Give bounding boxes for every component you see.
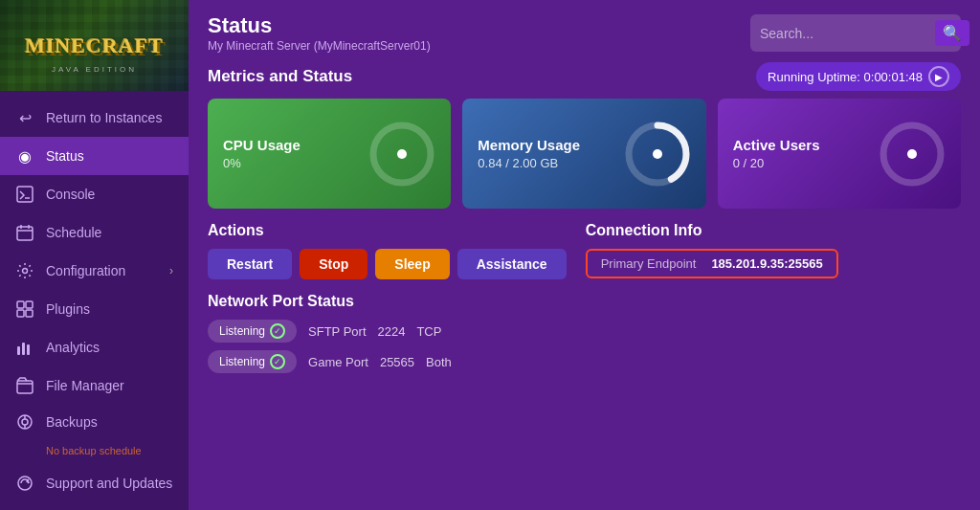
header-title-area: Status My Minecraft Server (MyMinecraftS… xyxy=(208,13,431,53)
analytics-icon xyxy=(15,338,34,357)
sidebar-item-schedule[interactable]: Schedule xyxy=(0,213,189,252)
cpu-metric-card: CPU Usage 0% xyxy=(208,99,451,209)
sidebar-label-backups: Backups xyxy=(46,414,98,430)
uptime-label: Running Uptime: 0:00:01:48 xyxy=(768,70,923,84)
header: Status My Minecraft Server (MyMinecraftS… xyxy=(189,0,980,62)
metrics-cards-row: CPU Usage 0% Memory Usage xyxy=(208,99,961,209)
sftp-check-icon: ✓ xyxy=(270,323,285,339)
plugins-icon xyxy=(15,299,34,319)
sidebar-item-return-to-instances[interactable]: ↩ Return to Instances xyxy=(0,99,189,137)
sidebar-item-file-manager[interactable]: File Manager xyxy=(0,366,189,405)
cpu-info: CPU Usage 0% xyxy=(223,137,301,170)
svg-rect-9 xyxy=(17,310,24,317)
svg-rect-13 xyxy=(27,344,30,355)
uptime-badge: Running Uptime: 0:00:01:48 ▶ xyxy=(756,62,961,91)
memory-metric-card: Memory Usage 0.84 / 2.00 GB xyxy=(462,99,705,209)
metrics-section: Metrics and Status Running Uptime: 0:00:… xyxy=(208,62,961,209)
game-status-badge: Listening ✓ xyxy=(208,350,297,373)
svg-rect-0 xyxy=(17,187,33,202)
cpu-name: CPU Usage xyxy=(223,137,301,153)
minecraft-logo-sub: JAVA EDITION xyxy=(52,65,137,74)
sftp-port-label: SFTP Port xyxy=(308,324,366,339)
game-status-label: Listening xyxy=(219,355,265,368)
search-bar[interactable]: 🔍 xyxy=(750,14,961,52)
sidebar-item-status[interactable]: ◉ Status xyxy=(0,137,189,175)
sftp-protocol: TCP xyxy=(416,324,441,339)
restart-button[interactable]: Restart xyxy=(208,249,292,279)
sftp-port-row: Listening ✓ SFTP Port 2224 TCP xyxy=(208,320,961,343)
users-ring-center xyxy=(907,149,917,159)
sidebar-logo: MINECRAFT JAVA EDITION xyxy=(0,0,189,91)
metrics-header: Metrics and Status Running Uptime: 0:00:… xyxy=(208,62,961,91)
backup-schedule-status: No backup schedule xyxy=(46,445,142,456)
users-ring xyxy=(879,121,946,188)
memory-name: Memory Usage xyxy=(478,137,580,153)
sidebar-label-analytics: Analytics xyxy=(46,340,100,355)
svg-rect-12 xyxy=(22,343,25,355)
game-port-label: Game Port xyxy=(308,355,368,369)
configuration-arrow-icon: › xyxy=(169,264,173,277)
sleep-button[interactable]: Sleep xyxy=(375,249,449,279)
search-button[interactable]: 🔍 xyxy=(935,20,969,46)
connection-section: Connection Info Primary Endpoint 185.201… xyxy=(586,222,961,279)
sidebar-label-status: Status xyxy=(46,148,84,164)
sidebar-item-analytics[interactable]: Analytics xyxy=(0,328,189,366)
sidebar-label-configuration: Configuration xyxy=(46,263,125,278)
sidebar-item-backups[interactable]: Backups No backup schedule xyxy=(0,405,189,464)
sftp-status-badge: Listening ✓ xyxy=(208,320,297,343)
content-area: Metrics and Status Running Uptime: 0:00:… xyxy=(189,62,980,510)
endpoint-label: Primary Endpoint xyxy=(601,256,697,271)
users-name: Active Users xyxy=(733,137,820,153)
stop-button[interactable]: Stop xyxy=(300,249,368,279)
cpu-ring xyxy=(368,121,435,188)
sidebar-item-support[interactable]: Support and Updates xyxy=(0,464,189,502)
endpoint-box: Primary Endpoint 185.201.9.35:25565 xyxy=(586,249,838,278)
console-icon xyxy=(15,185,34,204)
sidebar-label-return: Return to Instances xyxy=(46,110,162,125)
status-icon: ◉ xyxy=(15,146,34,166)
minecraft-logo-text: MINECRAFT xyxy=(25,33,164,58)
users-value: 0 / 20 xyxy=(733,156,820,170)
svg-rect-11 xyxy=(17,346,20,355)
sidebar-item-console[interactable]: Console xyxy=(0,175,189,213)
main-content: Status My Minecraft Server (MyMinecraftS… xyxy=(189,0,980,510)
game-port-number: 25565 xyxy=(380,355,414,369)
actions-buttons: Restart Stop Sleep Assistance xyxy=(208,249,567,279)
memory-info: Memory Usage 0.84 / 2.00 GB xyxy=(478,137,580,170)
actions-section: Actions Restart Stop Sleep Assistance xyxy=(208,222,567,279)
sidebar-label-console: Console xyxy=(46,187,95,202)
configuration-icon xyxy=(15,261,34,280)
sidebar-item-plugins[interactable]: Plugins xyxy=(0,290,189,328)
sidebar-label-plugins: Plugins xyxy=(46,301,90,317)
cpu-value: 0% xyxy=(223,156,301,170)
actions-connection-row: Actions Restart Stop Sleep Assistance Co… xyxy=(208,222,961,279)
assistance-button[interactable]: Assistance xyxy=(457,249,567,279)
backups-icon xyxy=(15,412,34,432)
network-section: Network Port Status Listening ✓ SFTP Por… xyxy=(208,293,961,381)
game-check-icon: ✓ xyxy=(270,354,285,369)
sidebar-navigation: ↩ Return to Instances ◉ Status Console xyxy=(0,91,189,510)
memory-ring xyxy=(624,121,691,188)
sftp-status-label: Listening xyxy=(219,324,265,338)
svg-point-6 xyxy=(23,269,28,274)
svg-rect-2 xyxy=(17,227,33,240)
search-input[interactable] xyxy=(760,26,927,41)
sidebar-label-support: Support and Updates xyxy=(46,476,172,491)
page-subtitle: My Minecraft Server (MyMinecraftServer01… xyxy=(208,39,431,53)
svg-rect-10 xyxy=(26,310,33,317)
sidebar: MINECRAFT JAVA EDITION ↩ Return to Insta… xyxy=(0,0,189,510)
game-port-row: Listening ✓ Game Port 25565 Both xyxy=(208,350,961,373)
svg-rect-8 xyxy=(26,301,33,308)
page-title: Status xyxy=(208,13,431,38)
svg-rect-15 xyxy=(17,381,33,393)
cpu-ring-center xyxy=(397,149,407,159)
sftp-port-number: 2224 xyxy=(378,324,406,339)
uptime-play-button[interactable]: ▶ xyxy=(928,66,949,87)
file-manager-icon xyxy=(15,376,34,395)
memory-ring-center xyxy=(653,149,662,159)
endpoint-value: 185.201.9.35:25565 xyxy=(711,256,822,271)
users-metric-card: Active Users 0 / 20 xyxy=(718,99,961,209)
connection-title: Connection Info xyxy=(586,222,961,239)
sidebar-item-configuration[interactable]: Configuration › xyxy=(0,252,189,290)
return-icon: ↩ xyxy=(15,108,34,127)
